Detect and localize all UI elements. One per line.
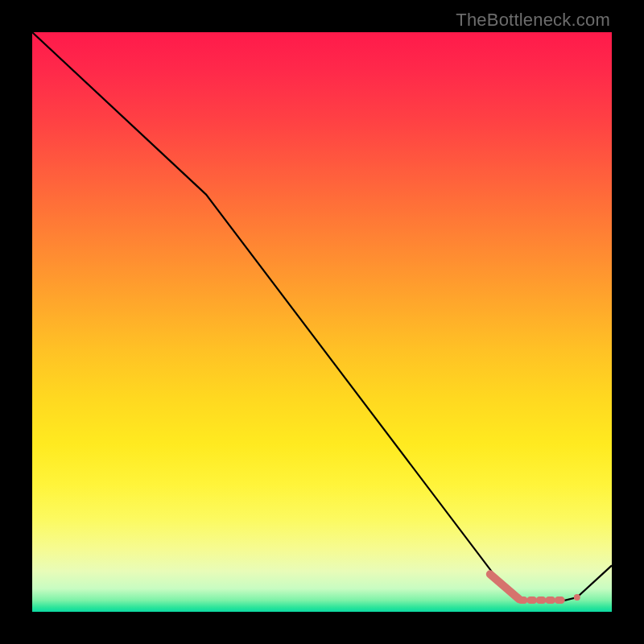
annotation-dot [574, 594, 580, 601]
watermark-text: TheBottleneck.com [456, 10, 610, 31]
plot-area [32, 32, 612, 612]
thick-segment [490, 574, 519, 599]
curve-line [32, 32, 612, 601]
chart-frame: TheBottleneck.com [0, 0, 644, 644]
chart-overlay [32, 32, 612, 612]
